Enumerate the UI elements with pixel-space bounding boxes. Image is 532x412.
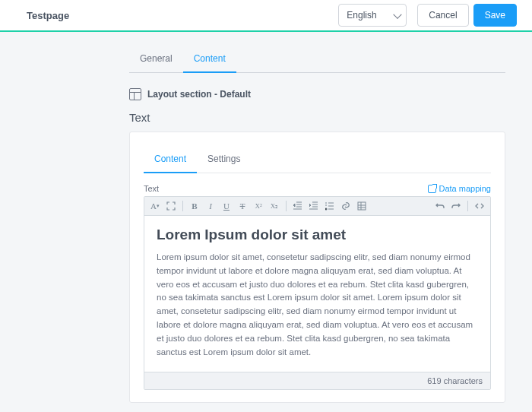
tab-general[interactable]: General [129, 46, 183, 73]
tab-content[interactable]: Content [183, 46, 236, 73]
content-heading: Lorem Ipsum dolor sit amet [157, 227, 478, 243]
expand-icon[interactable] [166, 201, 176, 211]
rich-text-editor: A▾ B I U T X² X₂ [144, 196, 491, 390]
font-icon[interactable]: A▾ [150, 201, 160, 211]
external-link-icon [428, 185, 436, 193]
underline-icon[interactable]: U [222, 201, 231, 211]
indent-increase-icon[interactable] [309, 201, 318, 211]
italic-icon[interactable]: I [206, 201, 215, 211]
page-tabs: General Content [129, 46, 505, 73]
section-title: Layout section - Default [147, 89, 251, 100]
editor-footer: 619 characters [144, 372, 490, 389]
language-select[interactable]: English [338, 4, 407, 27]
field-label: Text [144, 184, 159, 193]
editor-body[interactable]: Lorem Ipsum dolor sit amet Lorem ipsum d… [144, 216, 490, 372]
header: Testpage English Cancel Save [0, 0, 532, 32]
link-icon[interactable] [341, 201, 350, 211]
text-widget-card: Content Settings Text Data mapping A▾ B [129, 132, 505, 403]
char-count: 619 characters [427, 376, 483, 385]
svg-rect-0 [358, 202, 366, 210]
card-tab-content[interactable]: Content [144, 146, 197, 173]
layout-icon [129, 88, 141, 100]
data-mapping-link[interactable]: Data mapping [428, 184, 492, 193]
undo-icon[interactable] [435, 201, 445, 211]
strike-icon[interactable]: T [238, 201, 247, 211]
subscript-icon[interactable]: X₂ [270, 201, 279, 211]
widget-label: Text [129, 111, 505, 124]
content-paragraph: Lorem ipsum dolor sit amet, consetetur s… [157, 251, 478, 360]
redo-icon[interactable] [451, 201, 461, 211]
source-icon[interactable] [475, 201, 484, 211]
page-title: Testpage [27, 10, 69, 21]
list-ordered-icon[interactable] [325, 201, 334, 211]
bold-icon[interactable]: B [190, 201, 199, 211]
save-button[interactable]: Save [473, 4, 517, 27]
editor-toolbar: A▾ B I U T X² X₂ [144, 197, 490, 216]
cancel-button[interactable]: Cancel [417, 4, 468, 27]
section-head: Layout section - Default [129, 88, 505, 100]
card-tabs: Content Settings [144, 146, 491, 173]
superscript-icon[interactable]: X² [254, 201, 263, 211]
card-tab-settings[interactable]: Settings [197, 146, 251, 173]
indent-decrease-icon[interactable] [293, 201, 302, 211]
table-icon[interactable] [357, 201, 366, 211]
